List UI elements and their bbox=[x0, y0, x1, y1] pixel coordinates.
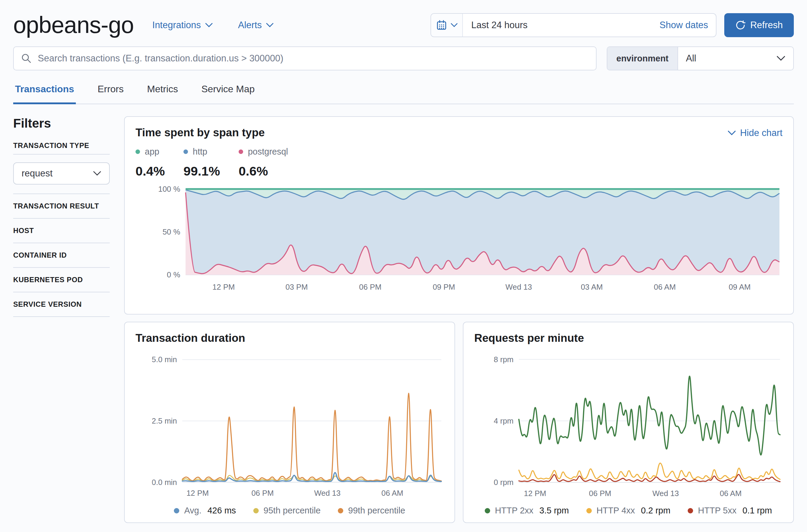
chevron-down-icon bbox=[728, 130, 736, 136]
hide-chart-link[interactable]: Hide chart bbox=[728, 128, 783, 138]
chevron-down-icon bbox=[205, 22, 213, 28]
integrations-menu[interactable]: Integrations bbox=[152, 20, 213, 31]
postgresql-percentage: 0.6% bbox=[239, 164, 288, 178]
legend-dot-http-5xx bbox=[688, 508, 693, 513]
svg-text:100 %: 100 % bbox=[158, 185, 180, 193]
refresh-label: Refresh bbox=[750, 20, 783, 31]
svg-text:06 AM: 06 AM bbox=[720, 489, 742, 497]
svg-text:12 PM: 12 PM bbox=[524, 489, 547, 497]
quick-select-date-button[interactable] bbox=[431, 14, 463, 37]
rpm-legend: HTTP 2xx 3.5 rpm HTTP 4xx 0.2 rpm HTTP 5… bbox=[474, 506, 783, 515]
environment-filter: environment All bbox=[607, 46, 794, 70]
legend-dot-http bbox=[183, 150, 188, 154]
transaction-type-label: TRANSACTION TYPE bbox=[13, 141, 110, 150]
svg-text:2.5 min: 2.5 min bbox=[152, 417, 177, 425]
transaction-type-select[interactable]: request bbox=[13, 163, 110, 185]
alerts-label: Alerts bbox=[238, 20, 262, 31]
tab-metrics[interactable]: Metrics bbox=[145, 79, 180, 103]
transaction-duration-title: Transaction duration bbox=[135, 332, 444, 344]
svg-text:06 AM: 06 AM bbox=[381, 489, 403, 497]
duration-legend: Avg. 426 ms 95th percentile 99th percent… bbox=[135, 506, 444, 515]
legend-dot-avg bbox=[174, 508, 179, 513]
top-nav: Integrations Alerts bbox=[152, 20, 274, 31]
filters-heading: Filters bbox=[13, 116, 110, 131]
alerts-menu[interactable]: Alerts bbox=[238, 20, 274, 31]
legend-dot-95th bbox=[253, 508, 259, 513]
legend-dot-http-4xx bbox=[586, 508, 592, 513]
legend-item-postgresql[interactable]: postgresql bbox=[239, 147, 288, 157]
chevron-down-icon bbox=[451, 23, 458, 27]
svg-text:12 PM: 12 PM bbox=[213, 283, 235, 291]
svg-text:09 AM: 09 AM bbox=[729, 283, 751, 291]
refresh-button[interactable]: Refresh bbox=[724, 13, 794, 37]
avg-duration-value: 426 ms bbox=[207, 506, 236, 515]
legend-item-app[interactable]: app bbox=[135, 147, 165, 157]
legend-dot-app bbox=[135, 150, 140, 154]
page-title: opbeans-go bbox=[13, 12, 134, 39]
svg-text:0 rpm: 0 rpm bbox=[494, 478, 514, 487]
legend-dot-postgresql bbox=[239, 150, 243, 154]
filter-section-host[interactable]: HOST bbox=[13, 219, 110, 243]
service-tabs: Transactions Errors Metrics Service Map bbox=[13, 79, 794, 104]
svg-text:0.0 min: 0.0 min bbox=[152, 478, 177, 487]
search-row: environment All bbox=[0, 46, 807, 70]
legend-item-http[interactable]: http bbox=[183, 147, 220, 157]
legend-item-http-4xx[interactable]: HTTP 4xx 0.2 rpm bbox=[586, 506, 671, 515]
integrations-label: Integrations bbox=[152, 20, 201, 31]
time-range-value[interactable]: Last 24 hours bbox=[471, 20, 528, 31]
legend-item-95th[interactable]: 95th percentile bbox=[253, 506, 320, 515]
svg-text:Wed 13: Wed 13 bbox=[506, 283, 532, 291]
svg-text:06 PM: 06 PM bbox=[589, 489, 611, 497]
svg-text:03 AM: 03 AM bbox=[581, 283, 603, 291]
span-type-legend: app http postgresql 0.4% 99.1% 0.6% bbox=[135, 147, 783, 178]
svg-text:12 PM: 12 PM bbox=[186, 489, 209, 497]
svg-text:09 PM: 09 PM bbox=[433, 283, 455, 291]
http-4xx-value: 0.2 rpm bbox=[641, 506, 670, 515]
tab-service-map[interactable]: Service Map bbox=[200, 79, 257, 103]
filter-section-kubernetes-pod[interactable]: KUBERNETES POD bbox=[13, 268, 110, 292]
chevron-down-icon bbox=[266, 22, 274, 28]
svg-text:06 PM: 06 PM bbox=[252, 489, 274, 497]
time-spent-chart[interactable]: 100 %50 %0 %12 PM03 PM06 PM09 PMWed 1303… bbox=[135, 185, 783, 304]
http-percentage: 99.1% bbox=[183, 164, 220, 178]
refresh-icon bbox=[735, 20, 746, 30]
show-dates-link[interactable]: Show dates bbox=[660, 20, 708, 31]
svg-text:5.0 min: 5.0 min bbox=[152, 355, 177, 364]
app-percentage: 0.4% bbox=[135, 164, 165, 178]
transaction-duration-panel: Transaction duration 5.0 min2.5 min0.0 m… bbox=[124, 322, 455, 523]
requests-per-minute-chart[interactable]: 8 rpm4 rpm0 rpm12 PM06 PMWed 1306 AM bbox=[474, 350, 783, 500]
svg-text:06 PM: 06 PM bbox=[359, 283, 382, 291]
legend-item-99th[interactable]: 99th percentile bbox=[338, 506, 405, 515]
filter-section-transaction-result[interactable]: TRANSACTION RESULT bbox=[13, 194, 110, 218]
time-spent-title: Time spent by span type bbox=[135, 127, 265, 139]
chevron-down-icon bbox=[93, 171, 101, 176]
transaction-duration-chart[interactable]: 5.0 min2.5 min0.0 min12 PM06 PMWed 1306 … bbox=[135, 350, 444, 500]
svg-text:4 rpm: 4 rpm bbox=[494, 417, 514, 425]
svg-text:Wed 13: Wed 13 bbox=[314, 489, 341, 497]
search-box bbox=[13, 46, 597, 70]
apm-service-overview-page: opbeans-go Integrations Alerts bbox=[0, 0, 807, 532]
filter-section-service-version[interactable]: SERVICE VERSION bbox=[13, 292, 110, 316]
legend-item-http-5xx[interactable]: HTTP 5xx 0.1 rpm bbox=[688, 506, 772, 515]
http-2xx-value: 3.5 rpm bbox=[539, 506, 569, 515]
charts-area: Time spent by span type Hide chart app bbox=[124, 116, 794, 523]
environment-select[interactable]: All bbox=[678, 47, 793, 70]
environment-value: All bbox=[686, 53, 696, 64]
svg-text:06 AM: 06 AM bbox=[654, 283, 676, 291]
chevron-down-icon bbox=[776, 55, 785, 61]
svg-text:03 PM: 03 PM bbox=[286, 283, 308, 291]
tab-transactions[interactable]: Transactions bbox=[13, 79, 76, 104]
requests-per-minute-panel: Requests per minute 8 rpm4 rpm0 rpm12 PM… bbox=[463, 322, 794, 523]
transaction-type-value: request bbox=[22, 168, 53, 179]
tab-errors[interactable]: Errors bbox=[96, 79, 125, 103]
http-5xx-value: 0.1 rpm bbox=[742, 506, 772, 515]
requests-per-minute-title: Requests per minute bbox=[474, 332, 783, 344]
legend-item-avg[interactable]: Avg. 426 ms bbox=[174, 506, 236, 515]
filter-section-container-id[interactable]: CONTAINER ID bbox=[13, 243, 110, 267]
date-range-picker: Last 24 hours Show dates bbox=[430, 13, 716, 37]
legend-item-http-2xx[interactable]: HTTP 2xx 3.5 rpm bbox=[485, 506, 569, 515]
search-icon bbox=[21, 53, 32, 64]
search-transactions-input[interactable] bbox=[38, 53, 589, 64]
legend-dot-http-2xx bbox=[485, 508, 490, 513]
svg-text:50 %: 50 % bbox=[163, 228, 180, 236]
